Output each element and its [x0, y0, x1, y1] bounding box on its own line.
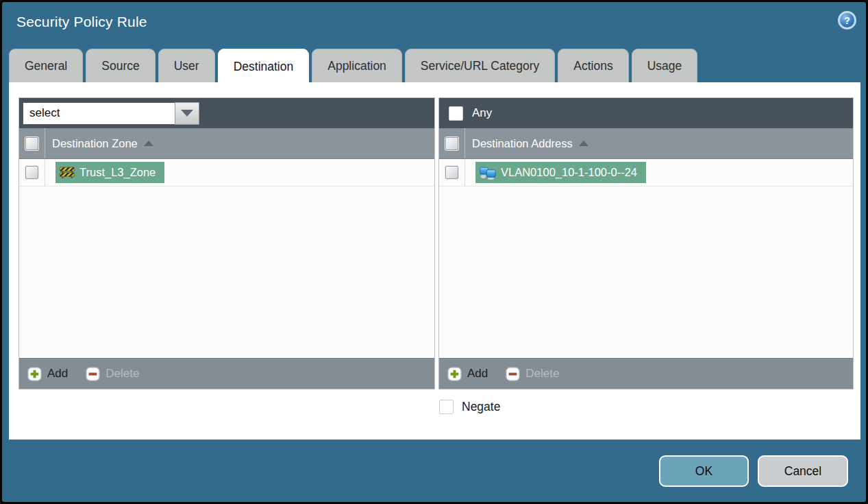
negate-row: Negate — [439, 400, 500, 414]
network-icon — [480, 166, 496, 180]
tab-source[interactable]: Source — [86, 49, 155, 82]
address-table-header: Destination Address — [439, 128, 853, 159]
tab-usage[interactable]: Usage — [632, 49, 698, 82]
ok-button[interactable]: OK — [659, 455, 749, 487]
zone-select-value[interactable]: select — [23, 102, 175, 125]
tab-application[interactable]: Application — [312, 49, 402, 82]
zone-chip-label: Trust_L3_Zone — [79, 166, 156, 179]
tab-service-url-category[interactable]: Service/URL Category — [405, 49, 555, 82]
zone-panel-toolbar: Add Delete — [19, 358, 434, 389]
destination-address-panel: Any Destination Address — [438, 97, 854, 389]
delete-address-button[interactable]: Delete — [506, 367, 559, 381]
row-checkbox[interactable] — [445, 166, 458, 179]
help-icon[interactable]: ? — [838, 11, 856, 29]
zone-select-dropdown[interactable]: select — [23, 102, 199, 125]
tab-general[interactable]: General — [9, 49, 83, 82]
tab-bar: General Source User Destination Applicat… — [9, 49, 697, 82]
destination-tab-content: select Destination Zone — [9, 82, 860, 440]
address-panel-toolbar: Add Delete — [439, 358, 853, 389]
address-chip-label: VLAN0100_10-1-100-0--24 — [501, 166, 637, 179]
cancel-button[interactable]: Cancel — [758, 455, 848, 487]
security-policy-rule-dialog: Security Policy Rule ? General Source Us… — [0, 0, 868, 504]
tab-destination[interactable]: Destination — [218, 49, 310, 84]
add-plus-icon — [447, 367, 462, 381]
address-select-all-checkbox[interactable] — [445, 137, 458, 150]
destination-zone-panel: select Destination Zone — [18, 97, 435, 389]
negate-label: Negate — [462, 400, 500, 414]
address-chip[interactable]: VLAN0100_10-1-100-0--24 — [475, 162, 646, 183]
sort-ascending-icon[interactable] — [579, 141, 588, 146]
negate-checkbox[interactable] — [439, 400, 454, 414]
table-row[interactable]: Trust_L3_Zone — [19, 159, 434, 187]
chevron-down-icon[interactable] — [175, 102, 199, 125]
tab-actions[interactable]: Actions — [558, 49, 628, 82]
zone-icon — [60, 166, 75, 179]
zone-panel-topbar: select — [19, 98, 434, 128]
any-checkbox[interactable] — [449, 106, 463, 121]
zone-table-header: Destination Zone — [19, 128, 434, 159]
address-panel-topbar: Any — [439, 98, 853, 128]
delete-zone-button[interactable]: Delete — [86, 367, 139, 381]
zone-select-all-checkbox[interactable] — [25, 137, 38, 150]
add-address-button[interactable]: Add — [447, 367, 488, 381]
delete-minus-icon — [506, 367, 520, 381]
add-zone-button[interactable]: Add — [27, 367, 68, 381]
zone-column-header[interactable]: Destination Zone — [52, 137, 138, 150]
address-column-header[interactable]: Destination Address — [472, 137, 573, 150]
tab-user[interactable]: User — [158, 49, 215, 82]
zone-chip[interactable]: Trust_L3_Zone — [55, 162, 164, 183]
table-row[interactable]: VLAN0100_10-1-100-0--24 — [439, 159, 853, 187]
sort-ascending-icon[interactable] — [144, 141, 153, 146]
address-table-body: VLAN0100_10-1-100-0--24 — [439, 159, 853, 358]
any-label: Any — [472, 106, 492, 120]
row-checkbox[interactable] — [25, 166, 38, 179]
zone-table-body: Trust_L3_Zone — [19, 159, 434, 358]
title-bar: Security Policy Rule ? — [2, 2, 866, 47]
delete-minus-icon — [86, 367, 100, 381]
dialog-title: Security Policy Rule — [16, 14, 147, 30]
add-plus-icon — [27, 367, 42, 381]
